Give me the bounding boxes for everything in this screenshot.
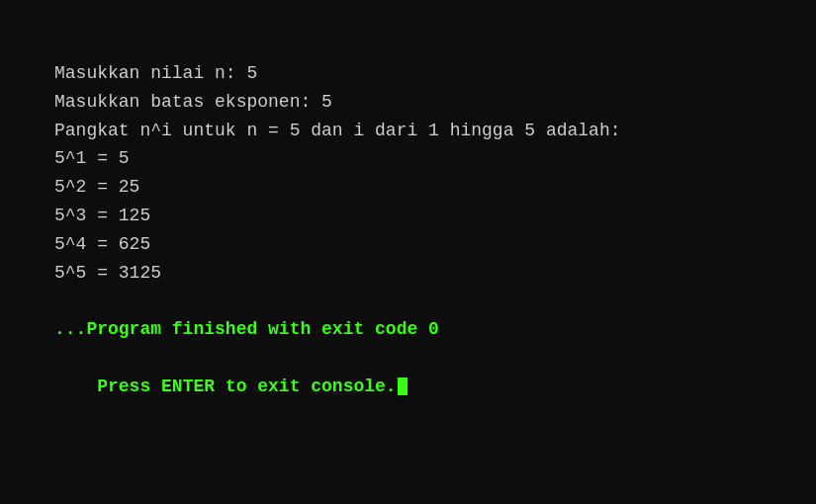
cursor-block (398, 378, 408, 395)
terminal-window: Masukkan nilai n: 5 Masukkan batas ekspo… (0, 0, 816, 504)
exit-line: Press ENTER to exit console. (54, 344, 762, 429)
output-line-6: 5^3 = 125 (54, 202, 762, 230)
output-line-5: 5^2 = 25 (54, 173, 762, 202)
output-line-1: Masukkan nilai n: 5 (54, 59, 762, 88)
output-line-3: Pangkat n^i untuk n = 5 dan i dari 1 hin… (54, 117, 762, 145)
status-line: ...Program finished with exit code 0 (54, 315, 762, 344)
output-line-4: 5^1 = 5 (54, 144, 762, 173)
blank-line (54, 287, 762, 315)
output-line-8: 5^5 = 3125 (54, 259, 762, 288)
output-line-2: Masukkan batas eksponen: 5 (54, 88, 762, 117)
exit-text: Press ENTER to exit console. (97, 377, 396, 396)
output-line-7: 5^4 = 625 (54, 230, 762, 259)
